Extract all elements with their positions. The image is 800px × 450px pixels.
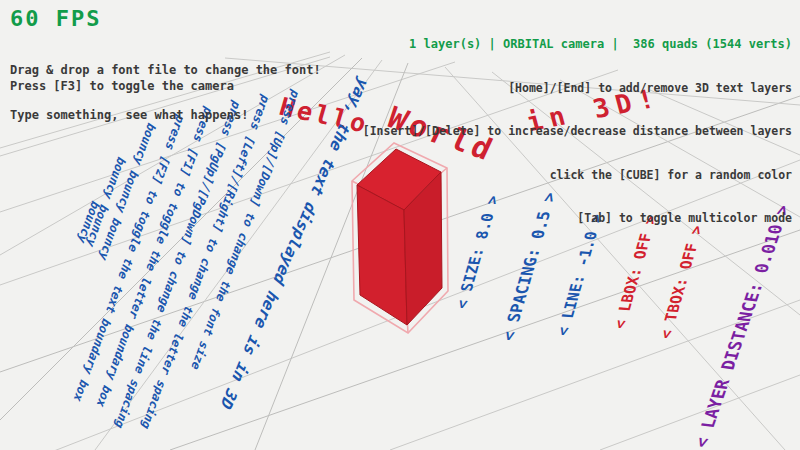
instruction-type: Type something, see what happens! bbox=[10, 108, 321, 123]
fps-counter: 60 FPS bbox=[10, 6, 101, 31]
scene-viewport[interactable]: Hello World in 3D! yay, the text display… bbox=[0, 0, 800, 450]
help-multicolor: [Tab] to toggle multicolor mode bbox=[363, 211, 792, 226]
help-layers: [Home]/[End] to add/remove 3D text layer… bbox=[363, 81, 792, 96]
help-cube-color: click the [CUBE] for a random color bbox=[363, 168, 792, 183]
help-layer-distance: [Insert]/[Delete] to increase/decrease d… bbox=[363, 124, 792, 139]
status-bar: 1 layer(s) | ORBITAL camera | 386 quads … bbox=[363, 37, 792, 52]
status-and-help: 1 layer(s) | ORBITAL camera | 386 quads … bbox=[363, 8, 792, 255]
instruction-drag-drop: Drag & drop a font file to change the fo… bbox=[10, 63, 321, 78]
instructions: Drag & drop a font file to change the fo… bbox=[10, 33, 321, 153]
camera-hint: Press [F3] to toggle the camera bbox=[10, 79, 234, 93]
